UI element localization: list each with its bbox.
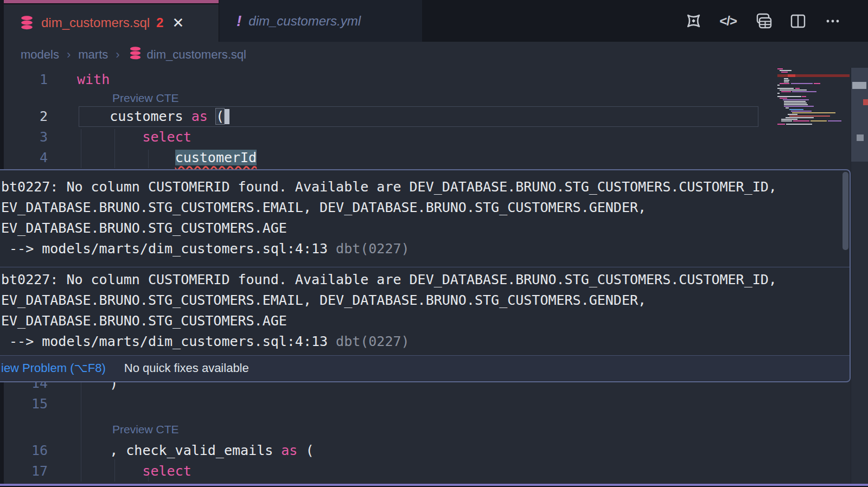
line-number: 4 — [0, 148, 48, 168]
error-message-block: bt0227: No column CUSTOMERID found. Avai… — [0, 170, 850, 267]
code-token: select — [142, 129, 191, 145]
codelens-preview-cte[interactable]: Preview CTE — [112, 92, 179, 104]
error-message-line: EV_DATABASE.BRUNO.STG_CUSTOMERS.AGE — [1, 311, 850, 331]
line-number: 3 — [0, 127, 48, 148]
code-line: 1with — [0, 69, 868, 90]
current-line-highlight — [79, 106, 758, 127]
overview-ruler[interactable] — [851, 68, 868, 487]
breadcrumb-marts[interactable]: marts — [78, 48, 108, 62]
no-quick-fixes-label: No quick fixes available — [124, 361, 249, 375]
view-problem-link[interactable]: iew Problem (⌥F8) — [1, 361, 106, 375]
error-text: bt0227: No column CUSTOMERID found. Avai… — [1, 272, 777, 287]
error-text: EV_DATABASE.BRUNO.STG_CUSTOMERS.EMAIL, D… — [1, 200, 646, 215]
code-token: as — [281, 443, 297, 458]
database-icon — [20, 15, 34, 30]
codelens-preview-cte[interactable]: Preview CTE — [112, 423, 179, 435]
editor-code-bottom: 14 )15Preview CTE16 , check_valid_emails… — [0, 373, 868, 482]
error-hover-panel: bt0227: No column CUSTOMERID found. Avai… — [0, 169, 851, 382]
code-token — [77, 129, 142, 145]
line-number: 2 — [0, 106, 48, 127]
code-line: 4 customerId — [0, 148, 868, 168]
code-token: select — [142, 463, 191, 479]
code-token — [77, 150, 175, 165]
more-actions-icon[interactable] — [824, 12, 842, 30]
breadcrumb-file[interactable]: dim_customers.sql — [147, 48, 246, 62]
breadcrumb-models[interactable]: models — [21, 48, 59, 62]
code-text[interactable]: with — [77, 72, 110, 87]
error-text: bt0227: No column CUSTOMERID found. Avai… — [1, 179, 777, 195]
tab-dim-customers-sql[interactable]: dim_customers.sql 2 ✕ — [4, 0, 219, 42]
code-token: with — [77, 72, 110, 87]
error-text: EV_DATABASE.BRUNO.STG_CUSTOMERS.AGE — [1, 220, 287, 236]
tab-title: dim_customers.sql — [41, 15, 150, 30]
code-text[interactable]: customerId — [77, 150, 257, 165]
error-message-line: EV_DATABASE.BRUNO.STG_CUSTOMERS.EMAIL, D… — [1, 197, 850, 218]
code-token: , check_valid_emails — [77, 443, 281, 458]
error-message-line: --> models/marts/dim_customers.sql:4:13 … — [1, 331, 850, 352]
error-message-line: bt0227: No column CUSTOMERID found. Avai… — [1, 270, 850, 290]
tab-title: dim_customers.yml — [248, 14, 361, 29]
line-number: 17 — [0, 461, 48, 482]
error-message-block: bt0227: No column CUSTOMERID found. Avai… — [0, 267, 850, 355]
ruler-mark — [852, 82, 866, 89]
editor-actions: </> — [684, 0, 842, 42]
line-number: 1 — [0, 69, 48, 90]
tab-dim-customers-yml[interactable]: ! dim_customers.yml — [219, 0, 422, 42]
code-line: 15 — [0, 394, 868, 414]
code-text[interactable]: , check_valid_emails as ( — [77, 443, 314, 458]
error-message-line: EV_DATABASE.BRUNO.STG_CUSTOMERS.AGE — [1, 218, 850, 239]
editor-code-top: 1withPreview CTE2 customers as (3 select… — [0, 68, 868, 168]
error-source-code: dbt(0227) — [336, 334, 409, 349]
compiled-code-icon[interactable]: </> — [719, 14, 737, 29]
error-text: --> models/marts/dim_customers.sql:4:13 — [1, 241, 336, 257]
code-line: 17 select — [0, 461, 868, 482]
ruler-error-mark — [863, 99, 868, 105]
split-editor-icon[interactable] — [789, 12, 807, 30]
code-line: 3 select — [0, 127, 868, 148]
warning-icon: ! — [237, 12, 241, 30]
error-text: EV_DATABASE.BRUNO.STG_CUSTOMERS.AGE — [1, 313, 287, 329]
code-line: 2 customers as ( — [0, 106, 868, 127]
tab-bar: dim_customers.sql 2 ✕ ! dim_customers.ym… — [0, 0, 868, 42]
error-message-line: --> models/marts/dim_customers.sql:4:13 … — [1, 239, 850, 259]
error-source-code: dbt(0227) — [336, 241, 409, 257]
hover-scrollbar-thumb[interactable] — [843, 172, 848, 250]
database-icon — [129, 46, 142, 63]
error-text: --> models/marts/dim_customers.sql:4:13 — [1, 334, 336, 349]
code-text[interactable]: select — [77, 129, 192, 145]
line-number: 16 — [0, 440, 48, 461]
close-icon[interactable]: ✕ — [172, 16, 184, 30]
line-number: 15 — [0, 394, 48, 414]
error-message-line: bt0227: No column CUSTOMERID found. Avai… — [1, 177, 850, 197]
hover-status-bar: iew Problem (⌥F8) No quick fixes availab… — [0, 355, 850, 381]
query-results-icon[interactable] — [753, 11, 773, 31]
dbt-icon[interactable] — [684, 11, 703, 30]
code-token — [77, 463, 142, 479]
chevron-right-icon: › — [67, 48, 71, 62]
ruler-mark — [857, 134, 864, 141]
minimap[interactable] — [777, 67, 851, 127]
code-text[interactable]: select — [77, 463, 192, 479]
code-line: 16 , check_valid_emails as ( — [0, 440, 868, 461]
code-token: ( — [297, 443, 314, 458]
chevron-right-icon: › — [116, 48, 119, 62]
breadcrumb: models › marts › dim_customers.sql — [4, 42, 868, 68]
error-text: EV_DATABASE.BRUNO.STG_CUSTOMERS.EMAIL, D… — [1, 292, 646, 308]
modified-count-badge: 2 — [156, 15, 163, 30]
error-token: customerId — [175, 150, 257, 165]
error-message-line: EV_DATABASE.BRUNO.STG_CUSTOMERS.EMAIL, D… — [1, 290, 850, 311]
